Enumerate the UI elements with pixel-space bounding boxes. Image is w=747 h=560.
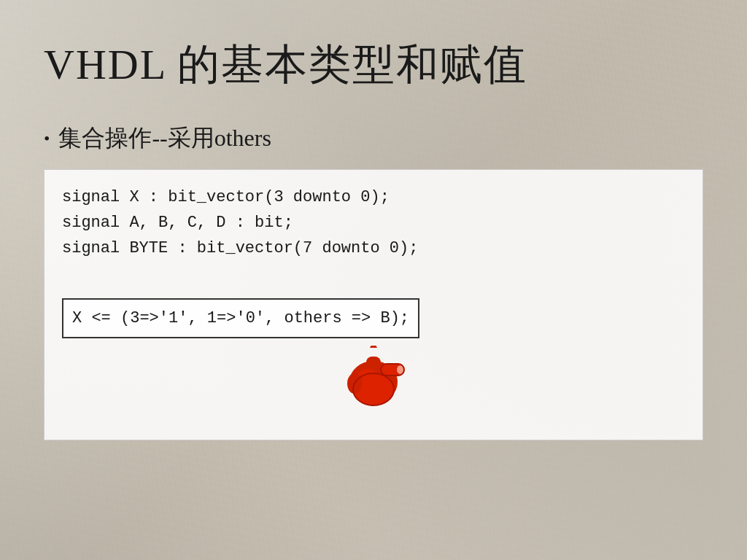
svg-marker-2: [370, 346, 377, 348]
code-line-1: signal X : bit_vector(3 downto 0);: [62, 184, 685, 210]
bullet-dot: •: [44, 129, 50, 149]
highlighted-code: X <= (3=>'1', 1=>'0', others => B);: [62, 298, 419, 338]
slide-title: VHDL 的基本类型和赋值: [44, 36, 703, 93]
code-block: signal X : bit_vector(3 downto 0); signa…: [44, 169, 703, 440]
code-line-3: signal BYTE : bit_vector(7 downto 0);: [62, 236, 685, 261]
slide-container: VHDL 的基本类型和赋值 • 集合操作--采用others signal X …: [0, 0, 747, 560]
svg-rect-1: [366, 357, 381, 370]
bullet-text: 集合操作--采用others: [58, 122, 271, 155]
code-line-2: signal A, B, C, D : bit;: [62, 210, 685, 236]
pointing-hand-icon: [62, 346, 685, 425]
bullet-item: • 集合操作--采用others: [44, 122, 703, 155]
